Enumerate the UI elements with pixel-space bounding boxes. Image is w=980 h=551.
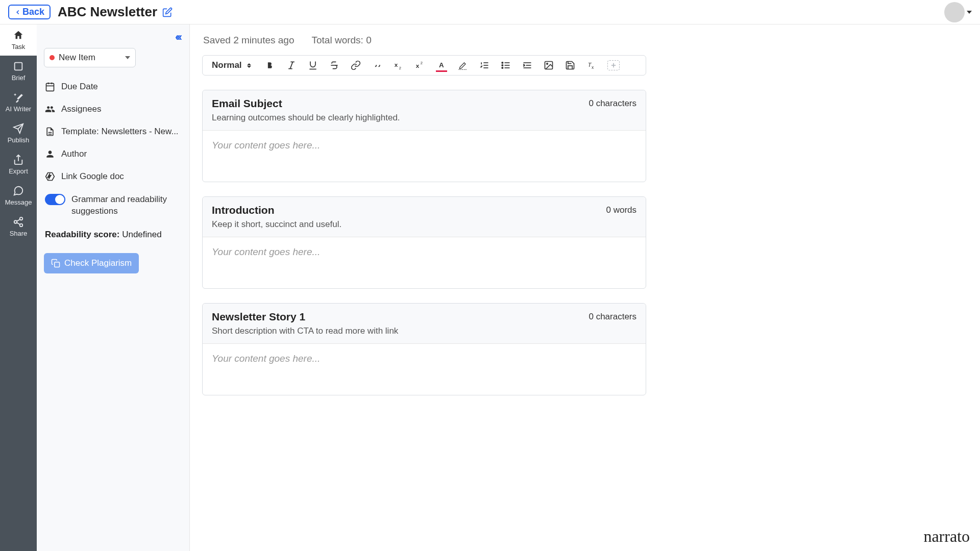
collapse-sidebar-icon[interactable]: ‹‹‹ [44,31,183,44]
field-sub: Keep it short, succinct and useful. [212,219,636,230]
field-input[interactable]: Your content goes here... [203,131,646,182]
field-input[interactable]: Your content goes here... [203,237,646,288]
sort-icon [247,63,251,68]
format-style-select[interactable]: Normal [209,60,254,70]
italic-icon[interactable] [286,60,297,71]
back-label: Back [22,7,44,17]
field-placeholder: Your content goes here... [212,140,636,151]
nav-message[interactable]: Message [0,180,37,211]
grammar-toggle-row: Grammar and readability suggestions [44,188,183,223]
quote-icon[interactable] [372,60,383,71]
field-count: 0 characters [589,98,636,109]
check-plagiarism-button[interactable]: Check Plagiarism [44,253,139,273]
field-input[interactable]: Your content goes here... [203,344,646,395]
indent-icon[interactable] [522,60,533,71]
grammar-toggle-label: Grammar and readability suggestions [71,194,182,217]
field-count: 0 words [606,205,636,215]
nav-label: Share [10,230,28,237]
grammar-toggle[interactable] [45,194,65,205]
nav-brief[interactable]: Brief [0,56,37,87]
text-color-icon[interactable]: A [436,60,447,71]
readability-score: Readability score: Undefined [44,223,183,246]
clear-format-icon[interactable]: Tx [586,60,597,71]
link-icon[interactable] [350,60,361,71]
svg-point-30 [502,65,503,66]
format-style-label: Normal [212,60,242,70]
author-label: Author [61,149,87,159]
user-menu[interactable] [944,2,972,22]
chevron-down-icon [967,11,972,14]
readability-label: Readability score: [45,230,119,239]
meta-row: Saved 2 minutes ago Total words: 0 [202,35,968,46]
svg-text:x: x [592,65,594,70]
due-date-row[interactable]: Due Date [44,76,183,98]
back-button[interactable]: Back [8,5,51,19]
svg-line-15 [290,62,292,68]
nav-label: Task [12,43,26,51]
svg-text:A: A [439,61,444,69]
nav-label: Export [9,167,28,175]
svg-point-36 [546,63,548,65]
assignees-label: Assignees [61,104,101,114]
image-icon[interactable] [543,60,554,71]
nav-label: Publish [8,136,30,144]
field-title: Email Subject [212,97,282,110]
strikethrough-icon[interactable] [329,60,340,71]
nav-label: Brief [12,74,26,82]
superscript-icon[interactable]: x2 [414,60,426,71]
svg-text:2: 2 [399,66,401,70]
editor-main: Saved 2 minutes ago Total words: 0 Norma… [190,24,980,551]
svg-point-31 [502,67,503,69]
save-icon[interactable] [565,60,576,71]
add-comment-icon[interactable] [607,60,620,70]
svg-point-3 [14,220,17,223]
assignees-row[interactable]: Assignees [44,98,183,120]
nav-share[interactable]: Share [0,211,37,242]
svg-text:x: x [394,61,398,68]
field-title: Introduction [212,204,274,216]
svg-point-2 [20,217,23,220]
field-count: 0 characters [589,312,636,322]
editor-toolbar: Normal x2 x2 A Tx [202,55,646,76]
field-title: Newsletter Story 1 [212,311,305,323]
svg-point-4 [20,224,23,227]
task-sidebar: ‹‹‹ New Item Due Date Assignees Template… [37,24,190,551]
svg-text:x: x [415,62,419,69]
edit-title-icon[interactable] [162,7,173,17]
nav-publish[interactable]: Publish [0,118,37,149]
field-placeholder: Your content goes here... [212,246,636,258]
svg-line-5 [17,222,20,224]
due-date-label: Due Date [61,82,98,92]
brand-logo: narrato [923,527,970,546]
bold-icon[interactable] [264,60,276,71]
nav-task[interactable]: Task [0,24,37,56]
svg-text:2: 2 [420,61,422,65]
nav-aiwriter[interactable]: AI Writer [0,87,37,118]
author-row[interactable]: Author [44,143,183,165]
left-nav: Task Brief AI Writer Publish Export Mess… [0,24,37,551]
status-label: New Item [59,53,121,63]
nav-label: AI Writer [6,105,31,113]
link-gdoc-label: Link Google doc [61,171,124,182]
readability-value: Undefined [122,230,162,239]
template-row[interactable]: Template: Newsletters - New... [44,120,183,143]
nav-label: Message [5,198,32,206]
field-sub: Short description with CTA to read more … [212,326,636,336]
field-placeholder: Your content goes here... [212,353,636,364]
svg-rect-0 [15,63,22,70]
status-select[interactable]: New Item [44,48,136,67]
underline-icon[interactable] [307,60,318,71]
unordered-list-icon[interactable] [500,60,511,71]
nav-export[interactable]: Export [0,149,37,180]
highlight-icon[interactable] [457,60,469,71]
ordered-list-icon[interactable] [479,60,490,71]
avatar [944,2,965,22]
svg-point-29 [502,62,503,64]
subscript-icon[interactable]: x2 [393,60,404,71]
chevron-down-icon [125,56,130,59]
template-label: Template: Newsletters - New... [61,127,179,137]
link-gdoc-row[interactable]: Link Google doc [44,165,183,188]
header-bar: Back ABC Newsletter [0,0,980,24]
plagiarism-label: Check Plagiarism [64,258,132,268]
saved-status: Saved 2 minutes ago [203,35,295,46]
